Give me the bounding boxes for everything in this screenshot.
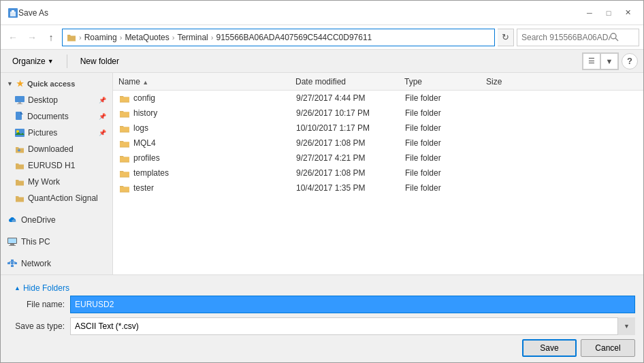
file-list-header: Name ▲ Date modified Type Size <box>113 73 643 91</box>
view-dropdown-button[interactable]: ▼ <box>600 53 618 69</box>
organize-button[interactable]: Organize ▼ <box>6 54 60 69</box>
file-name: tester <box>133 183 154 193</box>
col-name-label: Name <box>118 77 140 86</box>
cancel-button[interactable]: Cancel <box>581 339 635 357</box>
bottom-area: ▲ Hide Folders File name: Save as type: … <box>1 274 643 362</box>
col-type-label: Type <box>404 77 422 86</box>
minimize-button[interactable]: ─ <box>581 6 598 20</box>
hide-folders-toggle[interactable]: ▲ Hide Folders <box>9 281 69 293</box>
col-header-size[interactable]: Size <box>481 77 535 86</box>
file-folder-icon <box>119 184 130 193</box>
sidebar-item-documents[interactable]: Documents 📌 <box>1 108 112 125</box>
file-area: Name ▲ Date modified Type Size <box>113 73 643 274</box>
breadcrumb-roaming: Roaming <box>84 33 117 42</box>
table-row[interactable]: config 9/27/2017 4:44 PM File folder <box>113 91 643 106</box>
file-type-cell: File folder <box>400 123 481 133</box>
search-icon <box>610 33 619 42</box>
svg-rect-3 <box>15 96 25 102</box>
toolbar: Organize ▼ New folder ☰ ▼ ? <box>1 50 643 73</box>
svg-rect-15 <box>11 262 14 264</box>
table-row[interactable]: templates 9/26/2017 1:08 PM File folder <box>113 165 643 180</box>
table-row[interactable]: tester 10/4/2017 1:35 PM File folder <box>113 180 643 195</box>
svg-rect-10 <box>8 238 16 243</box>
svg-point-1 <box>611 33 616 39</box>
table-row[interactable]: MQL4 9/26/2017 1:08 PM File folder <box>113 136 643 151</box>
breadcrumb-metaquotes: MetaQuotes <box>125 33 169 42</box>
window-title: Save As <box>18 8 581 18</box>
col-header-name[interactable]: Name ▲ <box>113 77 290 86</box>
col-header-type[interactable]: Type <box>399 77 481 86</box>
file-type-cell: File folder <box>400 153 481 163</box>
sidebar-item-network[interactable]: Network <box>1 255 112 272</box>
svg-rect-16 <box>14 262 17 264</box>
close-button[interactable]: ✕ <box>619 6 637 20</box>
sidebar-quantaction-label: QuantAction Signal <box>28 193 106 203</box>
hide-folders-arrow: ▲ <box>14 285 20 291</box>
save-button[interactable]: Save <box>522 339 577 357</box>
file-name-cell: templates <box>114 168 291 178</box>
sidebar-item-thispc[interactable]: This PC <box>1 234 112 250</box>
file-name-cell: history <box>114 108 291 118</box>
downloaded-folder-icon <box>15 145 25 153</box>
col-date-label: Date modified <box>295 77 346 86</box>
sidebar-item-downloaded[interactable]: Downloaded <box>1 141 112 157</box>
svg-rect-4 <box>18 102 21 104</box>
sidebar-onedrive-label: OneDrive <box>21 215 106 225</box>
back-button[interactable]: ← <box>5 29 21 46</box>
sidebar-network-label: Network <box>21 259 106 268</box>
sidebar-divider-3 <box>1 250 112 255</box>
title-icon <box>7 7 18 18</box>
sidebar-item-onedrive[interactable]: OneDrive <box>1 212 112 228</box>
documents-pin-icon: 📌 <box>99 113 106 120</box>
quantaction-folder-icon <box>15 194 25 202</box>
save-as-dialog: Save As ─ □ ✕ ← → ↑ › Roaming › MetaQuot… <box>0 0 644 363</box>
breadcrumb-terminal: Terminal <box>177 33 208 42</box>
breadcrumb: › Roaming › MetaQuotes › Terminal › 9155… <box>67 33 490 42</box>
file-folder-icon <box>119 154 130 163</box>
sidebar-item-quantaction[interactable]: QuantAction Signal <box>1 190 112 206</box>
file-name-cell: logs <box>114 123 291 133</box>
organize-label: Organize <box>12 57 46 66</box>
address-box[interactable]: › Roaming › MetaQuotes › Terminal › 9155… <box>62 29 495 46</box>
new-folder-button[interactable]: New folder <box>74 54 125 69</box>
forward-button[interactable]: → <box>24 29 40 46</box>
sidebar-quick-access-header: ▼ ★ Quick access <box>1 76 112 92</box>
sort-arrow: ▲ <box>142 79 148 86</box>
up-button[interactable]: ↑ <box>43 29 59 46</box>
sidebar-item-pictures[interactable]: Pictures 📌 <box>1 125 112 141</box>
onedrive-icon <box>7 217 18 224</box>
filename-input[interactable] <box>70 296 635 313</box>
file-type-cell: File folder <box>400 168 481 178</box>
pictures-icon <box>15 129 25 137</box>
refresh-button[interactable]: ↻ <box>498 29 514 46</box>
sidebar-mywork-label: My Work <box>28 177 106 187</box>
file-folder-icon <box>119 109 130 118</box>
col-header-date[interactable]: Date modified <box>290 77 399 86</box>
filename-row: File name: <box>9 296 635 313</box>
sidebar-item-eurusdh1[interactable]: EURUSD H1 <box>1 157 112 174</box>
sidebar-downloaded-label: Downloaded <box>28 144 106 154</box>
thispc-icon <box>7 238 18 247</box>
table-row[interactable]: logs 10/10/2017 1:17 PM File folder <box>113 121 643 136</box>
button-row: Save Cancel <box>9 339 635 357</box>
search-input[interactable] <box>521 33 610 42</box>
table-row[interactable]: profiles 9/27/2017 4:21 PM File folder <box>113 151 643 165</box>
svg-line-2 <box>615 38 618 41</box>
maximize-button[interactable]: □ <box>600 6 617 20</box>
sidebar-item-desktop[interactable]: Desktop 📌 <box>1 92 112 108</box>
saveas-select[interactable]: ASCII Text (*.csv) <box>70 317 635 335</box>
file-name-cell: tester <box>114 183 291 193</box>
file-date-cell: 9/26/2017 1:08 PM <box>291 168 400 178</box>
file-folder-icon <box>119 94 130 103</box>
sidebar-documents-label: Documents <box>27 112 95 121</box>
help-button[interactable]: ? <box>622 53 638 69</box>
sidebar-divider-1 <box>1 206 112 212</box>
pictures-pin-icon: 📌 <box>99 129 106 136</box>
svg-line-18 <box>9 262 12 262</box>
desktop-icon <box>15 96 25 104</box>
file-type-cell: File folder <box>400 138 481 148</box>
view-list-button[interactable]: ☰ <box>583 53 600 69</box>
sidebar-item-mywork[interactable]: My Work <box>1 174 112 190</box>
table-row[interactable]: history 9/26/2017 10:17 PM File folder <box>113 106 643 121</box>
view-controls: ☰ ▼ <box>582 52 619 70</box>
